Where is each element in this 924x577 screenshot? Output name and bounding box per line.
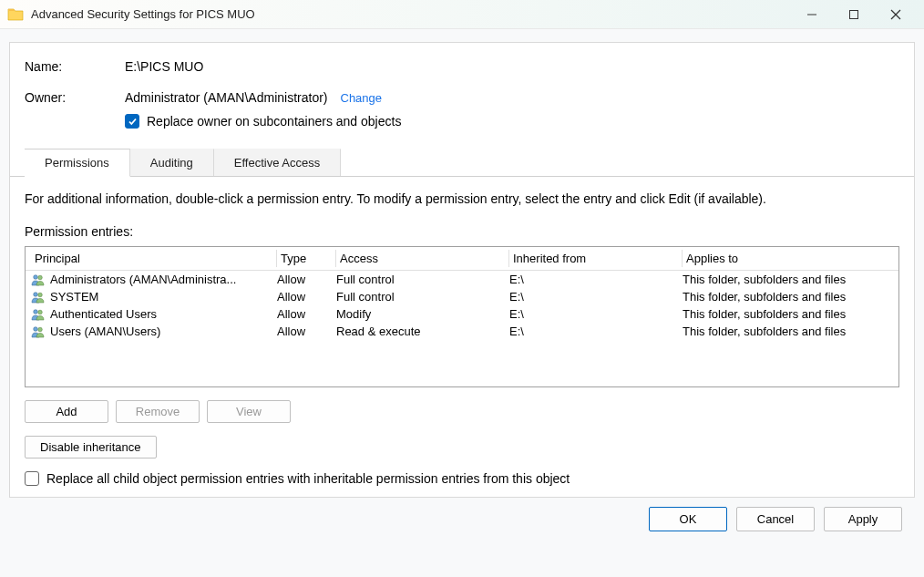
tab-permissions[interactable]: Permissions (25, 149, 130, 177)
svg-point-8 (34, 309, 38, 314)
table-row[interactable]: Users (AMAN\Users)AllowRead & executeE:\… (26, 323, 898, 340)
replace-owner-checkbox[interactable] (125, 114, 139, 129)
tab-auditing[interactable]: Auditing (130, 149, 214, 176)
cell-access: Read & execute (336, 325, 509, 338)
table-row[interactable]: Authenticated UsersAllowModifyE:\This fo… (26, 305, 898, 323)
cell-principal: SYSTEM (50, 290, 98, 304)
minimize-button[interactable] (791, 0, 833, 29)
cell-applies: This folder, subfolders and files (683, 273, 893, 286)
replace-child-checkbox[interactable] (25, 471, 39, 486)
cancel-button[interactable]: Cancel (736, 507, 815, 531)
cell-inherited: E:\ (509, 307, 683, 321)
group-icon (31, 325, 46, 338)
group-icon (31, 273, 46, 286)
cell-principal: Users (AMAN\Users) (50, 325, 160, 338)
svg-point-11 (38, 327, 43, 332)
close-button[interactable] (875, 0, 917, 29)
group-icon (31, 291, 46, 304)
cell-type: Allow (277, 273, 336, 286)
cell-inherited: E:\ (509, 290, 683, 304)
replace-owner-label: Replace owner on subcontainers and objec… (147, 114, 401, 129)
cell-inherited: E:\ (509, 325, 683, 338)
owner-label: Owner: (25, 90, 125, 105)
maximize-button[interactable] (833, 0, 875, 29)
dialog-buttons: OK Cancel Apply (9, 498, 915, 531)
header-type[interactable]: Type (277, 250, 336, 267)
cell-applies: This folder, subfolders and files (683, 290, 893, 304)
ok-button[interactable]: OK (649, 507, 727, 531)
replace-child-label: Replace all child object permission entr… (46, 471, 570, 486)
cell-inherited: E:\ (509, 273, 683, 286)
table-row[interactable]: Administrators (AMAN\Administra...AllowF… (26, 271, 898, 288)
add-button[interactable]: Add (25, 400, 108, 423)
cell-applies: This folder, subfolders and files (683, 307, 893, 321)
tab-description: For additional information, double-click… (25, 191, 899, 206)
disable-inheritance-button[interactable]: Disable inheritance (25, 436, 157, 459)
name-label: Name: (25, 59, 125, 74)
svg-point-9 (38, 310, 43, 314)
group-icon (31, 308, 46, 321)
name-value: E:\PICS MUO (125, 59, 203, 74)
main-panel: Name: E:\PICS MUO Owner: Administrator (… (9, 42, 915, 498)
header-principal[interactable]: Principal (31, 250, 277, 267)
remove-button[interactable]: Remove (116, 400, 200, 423)
table-row[interactable]: SYSTEMAllowFull controlE:\This folder, s… (26, 288, 898, 305)
tabs: Permissions Auditing Effective Access (10, 149, 914, 177)
cell-principal: Authenticated Users (50, 307, 157, 321)
svg-rect-1 (850, 10, 858, 18)
cell-access: Full control (336, 290, 509, 304)
cell-access: Modify (336, 307, 509, 321)
cell-type: Allow (277, 307, 336, 321)
cell-access: Full control (336, 273, 509, 286)
cell-principal: Administrators (AMAN\Administra... (50, 273, 236, 286)
change-owner-link[interactable]: Change (341, 91, 383, 105)
titlebar: Advanced Security Settings for PICS MUO (0, 0, 924, 29)
header-applies[interactable]: Applies to (683, 250, 893, 267)
header-inherited[interactable]: Inherited from (509, 250, 683, 267)
tab-effective-access[interactable]: Effective Access (214, 149, 341, 176)
owner-value: Administrator (AMAN\Administrator) (125, 90, 328, 105)
cell-type: Allow (277, 290, 336, 304)
permission-entries-table: Principal Type Access Inherited from App… (25, 246, 899, 387)
svg-point-6 (34, 292, 38, 296)
table-header: Principal Type Access Inherited from App… (26, 247, 898, 271)
header-access[interactable]: Access (336, 250, 509, 267)
window-title: Advanced Security Settings for PICS MUO (31, 7, 791, 21)
folder-icon (7, 6, 24, 23)
svg-point-4 (34, 274, 38, 279)
entries-label: Permission entries: (25, 224, 899, 239)
svg-point-7 (38, 293, 43, 297)
window-controls (791, 0, 917, 29)
cell-applies: This folder, subfolders and files (683, 325, 893, 338)
cell-type: Allow (277, 325, 336, 338)
view-button[interactable]: View (207, 400, 291, 423)
apply-button[interactable]: Apply (824, 507, 902, 531)
svg-point-5 (38, 275, 43, 280)
svg-point-10 (34, 326, 38, 331)
